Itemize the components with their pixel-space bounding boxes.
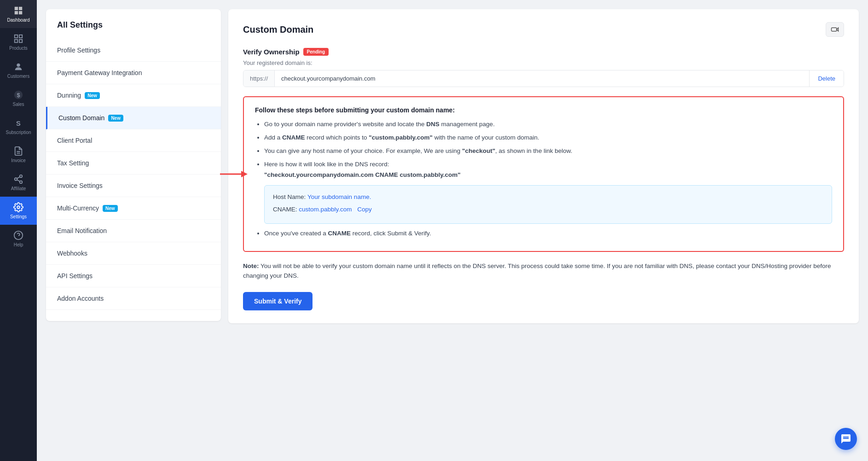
svg-point-12	[20, 181, 23, 184]
sidebar-label-customers: Customers	[7, 74, 29, 79]
dunning-badge: New	[85, 92, 100, 99]
main-content: All Settings Profile Settings Payment Ga…	[37, 0, 868, 461]
sidebar-item-sales[interactable]: $ Sales	[0, 84, 37, 112]
settings-menu-invoice-settings[interactable]: Invoice Settings	[46, 175, 221, 197]
instruction-step-4: Here is how it will look like in the DNS…	[264, 159, 832, 224]
sidebar-label-dashboard: Dashboard	[7, 18, 30, 23]
settings-menu-payment[interactable]: Payment Gateway Integration	[46, 62, 221, 84]
sidebar-item-dashboard[interactable]: Dashboard	[0, 0, 37, 28]
pending-badge: Pending	[303, 48, 329, 56]
instructions-wrapper: Follow these steps before submitting you…	[243, 96, 844, 252]
panel-header: Custom Domain	[243, 22, 844, 37]
sidebar-item-help[interactable]: Help	[0, 225, 37, 253]
svg-rect-1	[19, 35, 22, 38]
multi-currency-badge: New	[103, 205, 118, 212]
sidebar-label-subscription: Subscription	[6, 130, 31, 135]
settings-menu-webhooks[interactable]: Webhooks	[46, 242, 221, 265]
sidebar-item-subscription[interactable]: S Subscription	[0, 112, 37, 140]
svg-point-10	[20, 175, 23, 178]
settings-menu-dunning[interactable]: Dunning New	[46, 84, 221, 107]
dns-cname-value: custom.pabbly.com	[299, 206, 352, 213]
sidebar-item-settings[interactable]: Settings	[0, 197, 37, 225]
settings-menu-tax-setting[interactable]: Tax Setting	[46, 152, 221, 175]
instructions-box: Follow these steps before submitting you…	[243, 96, 844, 252]
sidebar-label-sales: Sales	[12, 102, 24, 107]
video-button[interactable]	[826, 22, 844, 37]
instruction-step-1: Go to your domain name provider's websit…	[264, 119, 832, 130]
verify-section: Verify Ownership Pending Your registered…	[243, 48, 844, 87]
copy-link[interactable]: Copy	[357, 206, 372, 213]
domain-prefix: https://	[243, 70, 275, 87]
settings-menu-addon-accounts[interactable]: Addon Accounts	[46, 287, 221, 310]
settings-menu-client-portal[interactable]: Client Portal	[46, 129, 221, 152]
delete-button[interactable]: Delete	[809, 70, 844, 87]
svg-point-4	[17, 64, 20, 67]
sidebar-label-products: Products	[9, 46, 27, 51]
svg-rect-0	[15, 35, 17, 38]
domain-input-row: https:// checkout.yourcompanydomain.com …	[243, 70, 844, 87]
domain-value: checkout.yourcompanydomain.com	[275, 70, 809, 87]
instruction-step-3: You can give any host name of your choic…	[264, 146, 832, 157]
sidebar: Dashboard Products Customers $ Sales S S…	[0, 0, 37, 461]
submit-verify-button[interactable]: Submit & Verify	[243, 292, 312, 310]
instructions-list: Go to your domain name provider's websit…	[255, 119, 832, 239]
instructions-title: Follow these steps before submitting you…	[255, 106, 832, 114]
settings-menu-profile[interactable]: Profile Settings	[46, 39, 221, 62]
svg-point-15	[17, 206, 20, 209]
svg-text:S: S	[16, 120, 21, 127]
dns-hostname-label: Host Name:	[273, 193, 306, 200]
svg-rect-3	[19, 40, 22, 42]
note-text: Note: You will not be able to verify you…	[243, 261, 844, 281]
registered-label: Your registered domain is:	[243, 59, 844, 66]
svg-text:$: $	[17, 92, 20, 99]
chat-bubble-button[interactable]	[835, 428, 857, 450]
settings-panel: All Settings Profile Settings Payment Ga…	[46, 9, 221, 321]
sidebar-item-customers[interactable]: Customers	[0, 56, 37, 84]
panel-title: Custom Domain	[243, 24, 313, 35]
sidebar-item-invoice[interactable]: Invoice	[0, 140, 37, 169]
settings-menu-custom-domain[interactable]: Custom Domain New	[46, 107, 221, 129]
sidebar-label-affiliate: Affiliate	[11, 186, 26, 191]
dns-hostname-row: Host Name: Your subdomain name.	[273, 192, 823, 203]
sidebar-label-help: Help	[14, 242, 23, 247]
sidebar-label-settings: Settings	[10, 214, 27, 219]
custom-domain-panel: Custom Domain Verify Ownership Pending Y…	[228, 9, 859, 323]
dns-example-box: Host Name: Your subdomain name. CNAME: c…	[264, 185, 832, 224]
sidebar-item-affiliate[interactable]: Affiliate	[0, 169, 37, 197]
svg-line-13	[17, 180, 20, 181]
dns-cname-row: CNAME: custom.pabbly.com Copy	[273, 204, 823, 215]
instruction-step-2: Add a CNAME record which points to "cust…	[264, 133, 832, 143]
sidebar-item-products[interactable]: Products	[0, 28, 37, 56]
sidebar-label-invoice: Invoice	[11, 158, 26, 163]
settings-menu-email-notification[interactable]: Email Notification	[46, 220, 221, 242]
instruction-step-5: Once you've created a CNAME record, clic…	[264, 228, 832, 239]
custom-domain-badge: New	[108, 115, 123, 122]
svg-line-14	[17, 177, 20, 179]
svg-point-11	[15, 178, 17, 181]
dns-hostname-value: Your subdomain name.	[307, 193, 371, 200]
svg-rect-2	[15, 40, 17, 42]
svg-rect-18	[832, 28, 837, 31]
dns-cname-label: CNAME:	[273, 206, 297, 213]
settings-menu-api-settings[interactable]: API Settings	[46, 265, 221, 287]
settings-panel-title: All Settings	[46, 20, 221, 39]
settings-menu-multi-currency[interactable]: Multi-Currency New	[46, 197, 221, 220]
verify-label: Verify Ownership Pending	[243, 48, 844, 56]
